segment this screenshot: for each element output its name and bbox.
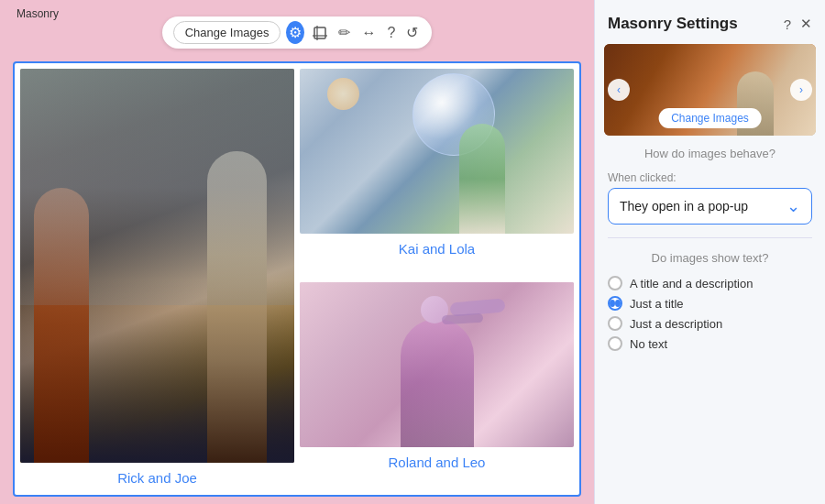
- panel-change-images-button[interactable]: Change Images: [658, 108, 762, 128]
- images-text-label: Do images show text?: [608, 251, 812, 265]
- kai-lola-caption: Kai and Lola: [300, 234, 574, 260]
- chevron-down-icon: ⌄: [786, 196, 800, 216]
- radio-label-2: Just a title: [630, 297, 684, 311]
- text-display-radio-group: A title and a description Just a title J…: [608, 276, 812, 351]
- images-text-section: Do images show text?: [608, 251, 812, 267]
- radio-just-description[interactable]: Just a description: [608, 316, 812, 331]
- panel-next-button[interactable]: ›: [790, 79, 812, 101]
- radio-title-description[interactable]: A title and a description: [608, 276, 812, 290]
- divider: [608, 237, 812, 238]
- radio-label-4: No text: [630, 337, 667, 351]
- radio-circle-1[interactable]: [608, 276, 622, 290]
- radio-circle-4[interactable]: [608, 336, 622, 351]
- settings-header-icons: ? ✕: [784, 16, 812, 32]
- roland-leo-cell[interactable]: Roland and Leo: [300, 282, 574, 490]
- kai-lola-image[interactable]: [300, 69, 574, 234]
- settings-header: Masonry Settings ? ✕: [595, 0, 825, 44]
- rick-joe-cell[interactable]: Rick and Joe: [20, 69, 294, 489]
- app-label: Masonry: [13, 7, 62, 20]
- radio-label-3: Just a description: [630, 317, 722, 331]
- toolbar: Change Images ⚙ ✏ ↔ ? ↺: [162, 16, 433, 49]
- kai-lola-cell[interactable]: Kai and Lola: [300, 69, 574, 277]
- rick-joe-caption: Rick and Joe: [20, 463, 294, 489]
- images-behavior-label: How do images behave?: [608, 147, 812, 160]
- help-tool-button[interactable]: ?: [384, 22, 398, 44]
- undo-tool-button[interactable]: ↺: [403, 21, 421, 44]
- images-behavior-section: How do images behave?: [608, 147, 812, 162]
- panel-prev-button[interactable]: ‹: [608, 79, 630, 101]
- settings-help-button[interactable]: ?: [784, 16, 791, 32]
- roland-leo-caption: Roland and Leo: [300, 447, 574, 474]
- image-grid: Rick and Joe Kai and Lola: [20, 69, 574, 489]
- radio-circle-3[interactable]: [608, 316, 622, 331]
- radio-circle-2[interactable]: [608, 296, 622, 311]
- when-clicked-dropdown[interactable]: They open in a pop-up ⌄: [608, 188, 812, 225]
- radio-just-title[interactable]: Just a title: [608, 296, 812, 311]
- change-images-button[interactable]: Change Images: [173, 21, 281, 44]
- settings-title: Masonry Settings: [608, 15, 738, 33]
- image-grid-container: Rick and Joe Kai and Lola: [13, 61, 581, 497]
- dropdown-value: They open in a pop-up: [620, 199, 748, 214]
- rick-joe-image[interactable]: [20, 69, 294, 463]
- settings-body: How do images behave? When clicked: They…: [595, 136, 825, 362]
- settings-close-button[interactable]: ✕: [800, 16, 812, 32]
- svg-rect-0: [314, 27, 325, 38]
- radio-no-text[interactable]: No text: [608, 336, 812, 351]
- main-canvas: Masonry Change Images ⚙ ✏ ↔ ? ↺: [0, 0, 594, 504]
- resize-tool-button[interactable]: ↔: [358, 22, 379, 44]
- when-clicked-label: When clicked:: [608, 171, 812, 184]
- settings-panel: Masonry Settings ? ✕ ‹ › Change Images H…: [594, 0, 825, 504]
- settings-tool-button[interactable]: ⚙: [286, 21, 304, 44]
- panel-preview-image: ‹ › Change Images: [604, 44, 816, 136]
- when-clicked-section: When clicked: They open in a pop-up ⌄: [608, 171, 812, 225]
- crop-tool-button[interactable]: [310, 23, 330, 43]
- roland-leo-image[interactable]: [300, 282, 574, 447]
- radio-label-1: A title and a description: [630, 277, 753, 290]
- edit-tool-button[interactable]: ✏: [336, 21, 353, 44]
